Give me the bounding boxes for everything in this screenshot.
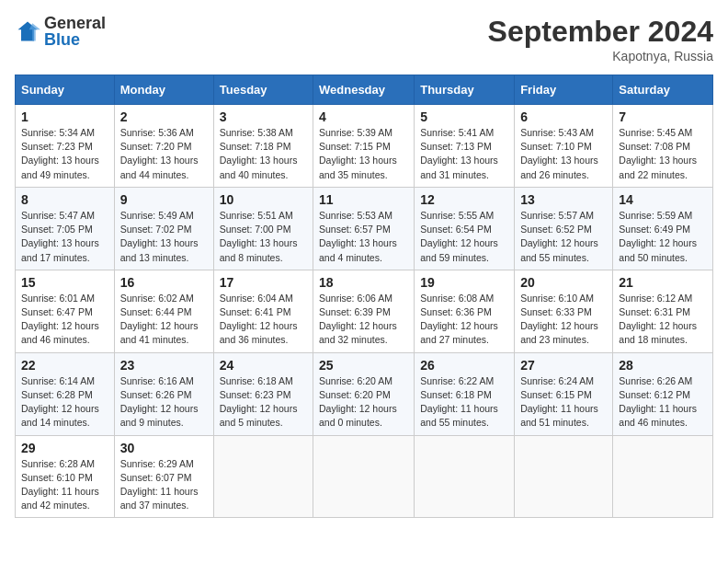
day-info: Sunrise: 6:16 AMSunset: 6:26 PMDaylight:… xyxy=(120,374,208,431)
day-info: Sunrise: 6:08 AMSunset: 6:36 PMDaylight:… xyxy=(420,292,508,348)
day-number: 22 xyxy=(21,358,108,373)
calendar-cell: 15Sunrise: 6:01 AMSunset: 6:47 PMDayligh… xyxy=(16,270,115,352)
day-number: 14 xyxy=(619,192,707,207)
calendar-cell: 14Sunrise: 5:59 AMSunset: 6:49 PMDayligh… xyxy=(613,187,713,270)
day-number: 8 xyxy=(21,192,108,207)
calendar-cell: 22Sunrise: 6:14 AMSunset: 6:28 PMDayligh… xyxy=(16,352,115,435)
day-info: Sunrise: 6:06 AMSunset: 6:39 PMDaylight:… xyxy=(319,292,408,348)
calendar-week-row: 8Sunrise: 5:47 AMSunset: 7:05 PMDaylight… xyxy=(16,187,713,270)
calendar-cell: 2Sunrise: 5:36 AMSunset: 7:20 PMDaylight… xyxy=(114,105,213,188)
day-info: Sunrise: 5:47 AMSunset: 7:05 PMDaylight:… xyxy=(21,209,108,265)
calendar-cell: 7Sunrise: 5:45 AMSunset: 7:08 PMDaylight… xyxy=(613,105,713,188)
day-number: 18 xyxy=(319,275,408,290)
page-header: General Blue September 2024 Kapotnya, Ru… xyxy=(15,15,713,63)
calendar-cell: 30Sunrise: 6:29 AMSunset: 6:07 PMDayligh… xyxy=(114,435,213,518)
calendar-cell: 3Sunrise: 5:38 AMSunset: 7:18 PMDaylight… xyxy=(213,105,313,188)
logo-general-text: General xyxy=(44,14,106,32)
calendar-cell: 5Sunrise: 5:41 AMSunset: 7:13 PMDaylight… xyxy=(415,105,515,188)
day-number: 13 xyxy=(520,192,607,207)
day-number: 4 xyxy=(319,109,408,124)
calendar-cell xyxy=(613,435,713,518)
day-info: Sunrise: 6:02 AMSunset: 6:44 PMDaylight:… xyxy=(120,292,208,348)
day-info: Sunrise: 5:45 AMSunset: 7:08 PMDaylight:… xyxy=(619,126,707,182)
day-info: Sunrise: 5:51 AMSunset: 7:00 PMDaylight:… xyxy=(220,209,307,265)
day-number: 20 xyxy=(520,275,607,290)
month-title: September 2024 xyxy=(488,15,713,49)
calendar-cell: 13Sunrise: 5:57 AMSunset: 6:52 PMDayligh… xyxy=(515,187,613,270)
calendar-cell xyxy=(313,435,415,518)
calendar-week-row: 15Sunrise: 6:01 AMSunset: 6:47 PMDayligh… xyxy=(16,270,713,352)
day-info: Sunrise: 6:22 AMSunset: 6:18 PMDaylight:… xyxy=(420,374,508,431)
day-number: 19 xyxy=(420,275,508,290)
day-info: Sunrise: 6:26 AMSunset: 6:12 PMDaylight:… xyxy=(619,374,707,431)
calendar-cell: 17Sunrise: 6:04 AMSunset: 6:41 PMDayligh… xyxy=(213,270,313,352)
day-info: Sunrise: 5:55 AMSunset: 6:54 PMDaylight:… xyxy=(420,209,508,265)
day-number: 27 xyxy=(520,358,607,373)
day-info: Sunrise: 5:43 AMSunset: 7:10 PMDaylight:… xyxy=(520,126,607,182)
calendar-cell: 18Sunrise: 6:06 AMSunset: 6:39 PMDayligh… xyxy=(313,270,415,352)
day-number: 21 xyxy=(619,275,707,290)
day-number: 28 xyxy=(619,358,707,373)
day-number: 23 xyxy=(120,358,208,373)
day-number: 10 xyxy=(220,192,307,207)
day-info: Sunrise: 6:29 AMSunset: 6:07 PMDaylight:… xyxy=(120,457,208,513)
day-info: Sunrise: 6:04 AMSunset: 6:41 PMDaylight:… xyxy=(220,292,307,348)
calendar-cell xyxy=(213,435,313,518)
calendar-table: Sunday Monday Tuesday Wednesday Thursday… xyxy=(15,75,713,518)
day-info: Sunrise: 6:18 AMSunset: 6:23 PMDaylight:… xyxy=(220,374,307,431)
calendar-cell: 28Sunrise: 6:26 AMSunset: 6:12 PMDayligh… xyxy=(613,352,713,435)
day-number: 26 xyxy=(420,358,508,373)
calendar-cell: 29Sunrise: 6:28 AMSunset: 6:10 PMDayligh… xyxy=(16,435,115,518)
title-block: September 2024 Kapotnya, Russia xyxy=(488,15,713,63)
calendar-week-row: 29Sunrise: 6:28 AMSunset: 6:10 PMDayligh… xyxy=(16,435,713,518)
calendar-cell: 11Sunrise: 5:53 AMSunset: 6:57 PMDayligh… xyxy=(313,187,415,270)
calendar-cell: 20Sunrise: 6:10 AMSunset: 6:33 PMDayligh… xyxy=(515,270,613,352)
col-friday: Friday xyxy=(515,75,613,105)
day-number: 30 xyxy=(120,441,208,455)
day-number: 9 xyxy=(120,192,208,207)
day-number: 7 xyxy=(619,109,707,124)
calendar-cell: 23Sunrise: 6:16 AMSunset: 6:26 PMDayligh… xyxy=(114,352,213,435)
day-info: Sunrise: 5:36 AMSunset: 7:20 PMDaylight:… xyxy=(120,126,208,182)
col-wednesday: Wednesday xyxy=(313,75,415,105)
day-info: Sunrise: 6:12 AMSunset: 6:31 PMDaylight:… xyxy=(619,292,707,348)
day-info: Sunrise: 6:14 AMSunset: 6:28 PMDaylight:… xyxy=(21,374,108,431)
day-info: Sunrise: 6:28 AMSunset: 6:10 PMDaylight:… xyxy=(21,457,108,513)
location-text: Kapotnya, Russia xyxy=(488,49,713,63)
day-number: 5 xyxy=(420,109,508,124)
day-number: 24 xyxy=(220,358,307,373)
calendar-week-row: 1Sunrise: 5:34 AMSunset: 7:23 PMDaylight… xyxy=(16,105,713,188)
calendar-cell: 12Sunrise: 5:55 AMSunset: 6:54 PMDayligh… xyxy=(415,187,515,270)
day-number: 12 xyxy=(420,192,508,207)
calendar-cell: 9Sunrise: 5:49 AMSunset: 7:02 PMDaylight… xyxy=(114,187,213,270)
calendar-cell: 24Sunrise: 6:18 AMSunset: 6:23 PMDayligh… xyxy=(213,352,313,435)
day-number: 11 xyxy=(319,192,408,207)
day-info: Sunrise: 6:10 AMSunset: 6:33 PMDaylight:… xyxy=(520,292,607,348)
day-info: Sunrise: 6:20 AMSunset: 6:20 PMDaylight:… xyxy=(319,374,408,431)
calendar-cell: 19Sunrise: 6:08 AMSunset: 6:36 PMDayligh… xyxy=(415,270,515,352)
calendar-cell: 27Sunrise: 6:24 AMSunset: 6:15 PMDayligh… xyxy=(515,352,613,435)
day-info: Sunrise: 5:34 AMSunset: 7:23 PMDaylight:… xyxy=(21,126,108,182)
day-number: 17 xyxy=(220,275,307,290)
day-info: Sunrise: 5:59 AMSunset: 6:49 PMDaylight:… xyxy=(619,209,707,265)
day-info: Sunrise: 6:01 AMSunset: 6:47 PMDaylight:… xyxy=(21,292,108,348)
day-info: Sunrise: 5:49 AMSunset: 7:02 PMDaylight:… xyxy=(120,209,208,265)
day-info: Sunrise: 6:24 AMSunset: 6:15 PMDaylight:… xyxy=(520,374,607,431)
calendar-cell: 25Sunrise: 6:20 AMSunset: 6:20 PMDayligh… xyxy=(313,352,415,435)
calendar-cell: 21Sunrise: 6:12 AMSunset: 6:31 PMDayligh… xyxy=(613,270,713,352)
day-number: 6 xyxy=(520,109,607,124)
calendar-cell: 26Sunrise: 6:22 AMSunset: 6:18 PMDayligh… xyxy=(415,352,515,435)
logo: General Blue xyxy=(15,15,106,48)
day-info: Sunrise: 5:39 AMSunset: 7:15 PMDaylight:… xyxy=(319,126,408,182)
day-info: Sunrise: 5:53 AMSunset: 6:57 PMDaylight:… xyxy=(319,209,408,265)
col-sunday: Sunday xyxy=(16,75,115,105)
day-info: Sunrise: 5:38 AMSunset: 7:18 PMDaylight:… xyxy=(220,126,307,182)
day-number: 3 xyxy=(220,109,307,124)
col-monday: Monday xyxy=(114,75,213,105)
calendar-cell: 4Sunrise: 5:39 AMSunset: 7:15 PMDaylight… xyxy=(313,105,415,188)
calendar-header-row: Sunday Monday Tuesday Wednesday Thursday… xyxy=(16,75,713,105)
calendar-cell xyxy=(515,435,613,518)
logo-icon xyxy=(15,18,40,44)
day-info: Sunrise: 5:41 AMSunset: 7:13 PMDaylight:… xyxy=(420,126,508,182)
day-number: 25 xyxy=(319,358,408,373)
